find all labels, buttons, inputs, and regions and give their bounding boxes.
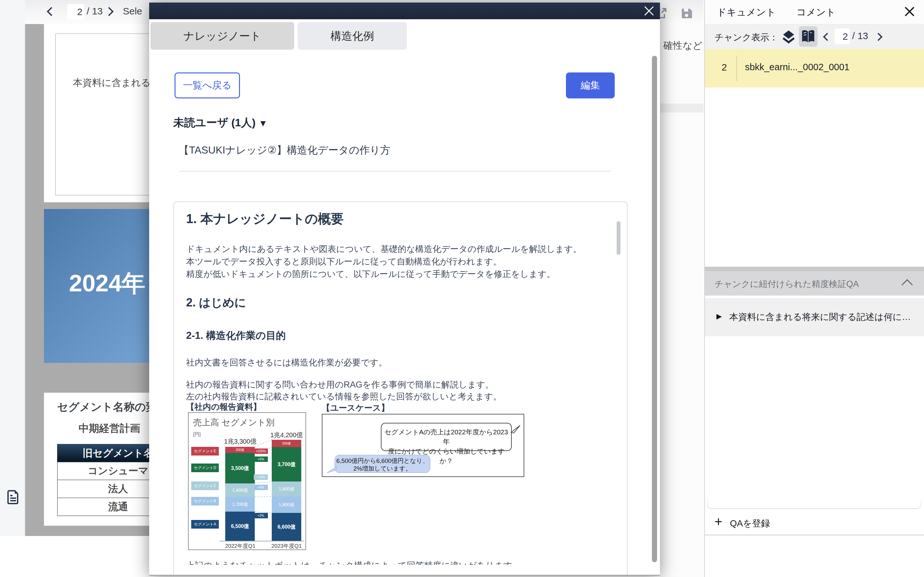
table-row: 流通 [57,498,149,516]
x-label-2022: 2022年度Q1 [218,542,263,550]
bar-2022-segment-a: 6,500億 [225,512,255,541]
x-label-2023: 2023年度Q1 [264,542,309,550]
back-to-list-button[interactable]: 一覧へ戻る [174,73,240,98]
segment-table-header: 旧セグメント名 [57,444,149,462]
unread-users-toggle[interactable]: 未読ユーザ (1人) ▼ [173,115,268,130]
qa-item[interactable]: ▶ 本資料に含まれる将来に関する記述は何に… [705,298,924,336]
app-root: 2 / 13 Sele 本資料に含まれる計画 作成日時点において当 いる一定の前… [0,0,924,577]
change-badge-b: +5% [254,485,268,490]
slide-title: 2024年 [69,268,145,300]
bar-2023-segment-e: 500億 [272,440,301,447]
unread-users-label: 未読ユーザ (1人) [173,116,256,129]
bar-2022-segment-e: 200億 [225,447,255,453]
answer-bubble: 6,500億円から6,600億円となり、 2%増加しています。 [334,455,430,473]
modal-scrollbar[interactable] [652,56,657,562]
chunk-text-fragments: 本資料作成 ている一定 います。実 る可能性が の企業な 確性など [660,40,702,51]
section-paragraph-3: 社内の報告資料に関する問い合わせ用のRAGを作る事例で簡単に解説します。 左の社… [186,379,501,403]
tab-knowledge-note[interactable]: ナレッジノート [150,22,294,50]
layers-icon[interactable] [781,29,796,46]
doc-slide-blue: 2024年 [44,209,149,363]
book-icon-glyph [801,29,816,44]
chart-x-axis [220,541,304,542]
card-scrollbar[interactable] [617,221,620,255]
prev-page-button[interactable] [47,7,56,16]
note-title: 【TASUKIナレッジ②】構造化データの作り方 [179,143,391,157]
segment-heading: セグメント名称の変 [57,400,149,414]
page-total-label: / 13 [87,6,103,17]
qa-card-bottom-edge [708,500,921,509]
qa-item-text: 本資料に含まれる将来に関する記述は何に… [729,311,911,323]
selector-label[interactable]: Sele [123,6,142,17]
right-sidebar: ドキュメント コメント チャンク表示： [704,0,924,577]
chunk-text-panel: 本資料作成 ている一定 います。実 る可能性が の企業な 確性など [660,24,704,577]
qa-section-shadow [705,267,924,271]
title-divider [179,171,611,171]
note-content-card: 1. 本ナレッジノートの概要 ドキュメント内にあるテキストや図表について、基礎的… [173,201,628,576]
change-badge-e: +205% [254,448,268,454]
chunk-next-button[interactable] [874,33,882,41]
change-badge-d: +5% [254,456,268,462]
caret-down-icon: ▼ [258,118,268,128]
bar-2023-segment-c: 1,600億 [272,482,301,496]
edit-button[interactable]: 編集 [566,73,615,98]
chunk-page-input[interactable]: 2 [835,29,850,44]
change-badge-a: +2% [254,513,268,518]
plus-icon: + [714,514,722,530]
chunk-page-total: / 13 [852,31,868,41]
tab-comment[interactable]: コメント [796,0,836,24]
next-page-button[interactable] [105,7,113,16]
book-view-toggle[interactable] [799,26,817,47]
bar-2022-segment-d: 3,500億 [225,453,255,484]
save-icon[interactable] [680,7,693,21]
usecase-box: セグメントAの売上は2022年度から2023年 度にかけてどのくらい増加していま… [322,414,524,477]
section-heading-2: 2. はじめに [186,295,246,311]
tab-structured-example[interactable]: 構造化例 [298,22,407,50]
segment-table: 旧セグメント名 コンシューマ 法人 流通 [57,444,149,516]
chunk-display-label: チャンク表示： [714,31,779,44]
question-bubble-tail [510,425,521,434]
left-rail [0,0,25,536]
bar-2022-segment-c: 1,400億 [225,484,255,497]
register-qa-button[interactable]: + QAを登録 [705,510,924,535]
chunk-prev-button[interactable] [823,33,831,41]
usecase-label: 【ユースケース】 [322,402,389,414]
sidebar-header: ドキュメント コメント [705,0,924,24]
section-heading-1: 1. 本ナレッジノートの概要 [186,210,344,227]
chunk-name: sbkk_earni..._0002_0001 [745,62,850,73]
section-paragraph-1: ドキュメント内にあるテキストや図表について、基礎的な構造化データの作成ルールを解… [186,243,582,280]
document-icon[interactable] [7,490,19,506]
bar-2023-segment-d: 3,700億 [272,447,301,482]
qa-section-header[interactable]: チャンクに紐付けられた精度検証QA [705,271,924,295]
clipped-paragraph: 上記のようなチャットボットは、チャンク構成によって回答精度に違いがあります [186,560,603,565]
layers-icon-glyph [781,29,796,45]
knowledge-note-modal: ナレッジノート 構造化例 一覧へ戻る 編集 未読ユーザ (1人) ▼ 【TASU… [149,3,660,576]
doc-page-bottom: セグメント名称の変 中期経営計画 旧セグメント名 コンシューマ 法人 流通 [44,393,149,526]
tab-document[interactable]: ドキュメント [717,0,776,24]
bar-2022-segment-b: 1,700億 [225,497,255,512]
chunk-list-item[interactable]: 2 sbkk_earni..._0002_0001 [705,49,924,87]
collapse-icon [901,279,913,290]
modal-close-icon[interactable] [643,5,656,17]
section-paragraph-2: 社内文書を回答させるには構造化作業が必要です。 [186,356,387,369]
document-icon-glyph [7,490,19,504]
question-bubble: セグメントAの売上は2022年度から2023年 度にかけてどのくらい増加していま… [381,423,512,451]
bar-2023-segment-a: 6,600億 [272,513,301,541]
segment-subheading: 中期経営計画 [79,422,140,436]
answer-bubble-tail [326,465,337,474]
modal-header [149,3,660,19]
change-badge-c: +14% [254,474,268,480]
section-heading-2-1: 2-1. 構造化作業の目的 [186,329,286,342]
table-row: 法人 [57,480,149,498]
table-row: コンシューマ [57,462,149,480]
page-number-input[interactable]: 2 [67,4,84,19]
qa-header-label: チャンクに紐付けられた精度検証QA [714,278,859,290]
revenue-chart: 売上高 セグメント別 [円] 1兆3,300億 1兆4,200億 セグメントE … [188,412,306,550]
chunk-divider [736,56,737,81]
bar-2023-segment-b: 1,800億 [272,496,301,513]
register-qa-label: QAを登録 [730,517,770,530]
chunk-display-row: チャンク表示： 2 / 13 [705,24,924,49]
sidebar-close-icon[interactable] [903,5,916,18]
report-label: 【社内の報告資料】 [186,401,262,413]
panel-divider [660,103,704,113]
qa-item-caret-icon: ▶ [716,312,722,321]
